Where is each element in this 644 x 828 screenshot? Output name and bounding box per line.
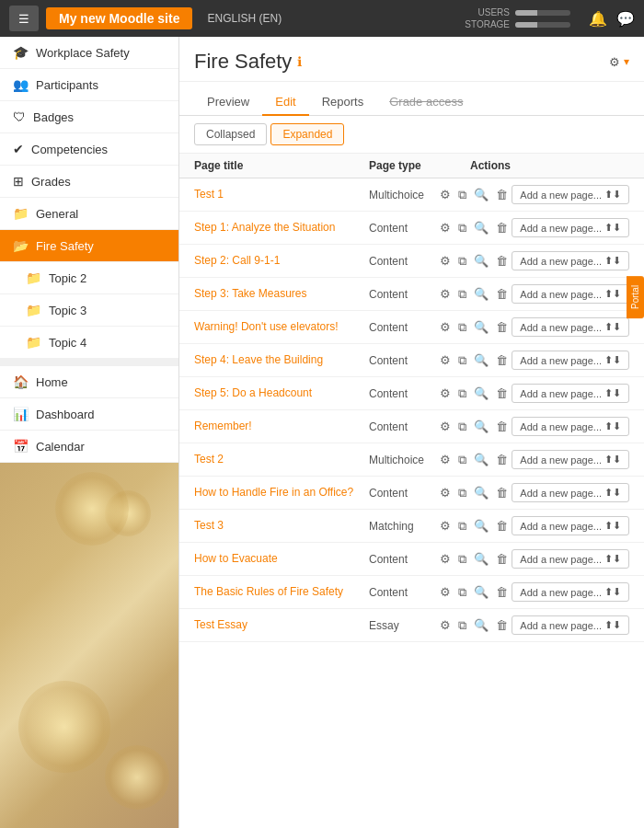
add-page-button[interactable]: Add a new page... ⬆⬇ — [512, 218, 629, 237]
settings-icon[interactable]: ⚙ — [438, 451, 453, 468]
copy-icon[interactable]: ⧉ — [456, 550, 468, 569]
preview-icon[interactable]: 🔍 — [472, 616, 490, 634]
row-title-9[interactable]: How to Handle Fire in an Office? — [194, 486, 369, 500]
row-title-0[interactable]: Test 1 — [194, 188, 369, 202]
add-page-button[interactable]: Add a new page... ⬆⬇ — [512, 284, 629, 304]
sidebar-item-general[interactable]: 📁 General — [0, 198, 178, 230]
row-title-2[interactable]: Step 2: Call 9-1-1 — [194, 254, 369, 269]
copy-icon[interactable]: ⧉ — [456, 484, 468, 502]
preview-icon[interactable]: 🔍 — [472, 385, 490, 402]
copy-icon[interactable]: ⧉ — [456, 186, 468, 204]
preview-icon[interactable]: 🔍 — [472, 484, 490, 501]
add-page-button[interactable]: Add a new page... ⬆⬇ — [512, 615, 629, 635]
settings-icon[interactable]: ⚙ — [438, 351, 453, 369]
delete-icon[interactable]: 🗑 — [494, 616, 510, 634]
delete-icon[interactable]: 🗑 — [494, 285, 510, 303]
tab-reports[interactable]: Reports — [309, 89, 377, 116]
sidebar-item-participants[interactable]: 👥 Participants — [0, 69, 178, 101]
delete-icon[interactable]: 🗑 — [494, 351, 510, 369]
add-page-button[interactable]: Add a new page... ⬆⬇ — [512, 185, 629, 204]
add-page-button[interactable]: Add a new page... ⬆⬇ — [512, 384, 629, 403]
settings-icon[interactable]: ⚙ — [438, 418, 453, 435]
row-title-4[interactable]: Warning! Don't use elevators! — [194, 320, 369, 335]
settings-icon[interactable]: ⚙ — [438, 285, 453, 303]
row-title-1[interactable]: Step 1: Analyze the Situation — [194, 221, 369, 236]
row-title-3[interactable]: Step 3: Take Measures — [194, 287, 369, 302]
settings-icon[interactable]: ⚙ — [438, 616, 453, 634]
tab-grade-access[interactable]: Grade access — [376, 89, 476, 116]
sidebar-item-home[interactable]: 🏠 Home — [0, 366, 178, 398]
sidebar-item-calendar[interactable]: 📅 Calendar — [0, 431, 178, 463]
copy-icon[interactable]: ⧉ — [456, 219, 468, 237]
sidebar-item-fire-safety[interactable]: 📂 Fire Safety — [0, 230, 178, 262]
row-title-13[interactable]: Test Essay — [194, 618, 369, 633]
preview-icon[interactable]: 🔍 — [472, 583, 490, 601]
row-title-5[interactable]: Step 4: Leave the Building — [194, 353, 369, 368]
preview-icon[interactable]: 🔍 — [472, 252, 490, 270]
sidebar-item-workplace-safety[interactable]: 🎓 Workplace Safety — [0, 37, 178, 69]
copy-icon[interactable]: ⧉ — [456, 285, 468, 304]
delete-icon[interactable]: 🗑 — [494, 583, 510, 601]
settings-icon[interactable]: ⚙ — [438, 219, 453, 236]
delete-icon[interactable]: 🗑 — [494, 252, 510, 270]
copy-icon[interactable]: ⧉ — [456, 517, 468, 535]
preview-icon[interactable]: 🔍 — [472, 285, 490, 303]
copy-icon[interactable]: ⧉ — [456, 418, 468, 436]
settings-icon[interactable]: ⚙ — [438, 385, 453, 402]
add-page-button[interactable]: Add a new page... ⬆⬇ — [512, 450, 629, 469]
tab-preview[interactable]: Preview — [194, 89, 262, 116]
copy-icon[interactable]: ⧉ — [456, 351, 468, 370]
delete-icon[interactable]: 🗑 — [494, 385, 510, 402]
delete-icon[interactable]: 🗑 — [494, 418, 510, 435]
language-selector[interactable]: ENGLISH (EN) — [207, 12, 282, 25]
sidebar-item-badges[interactable]: 🛡 Badges — [0, 101, 178, 133]
preview-icon[interactable]: 🔍 — [472, 351, 490, 369]
subtab-collapsed[interactable]: Collapsed — [194, 123, 267, 145]
preview-icon[interactable]: 🔍 — [472, 451, 490, 468]
sidebar-item-grades[interactable]: ⊞ Grades — [0, 166, 178, 198]
add-page-button[interactable]: Add a new page... ⬆⬇ — [512, 483, 629, 502]
preview-icon[interactable]: 🔍 — [472, 517, 490, 535]
settings-icon[interactable]: ⚙ — [438, 484, 453, 501]
portal-tab[interactable]: Portal — [627, 276, 644, 318]
row-title-6[interactable]: Step 5: Do a Headcount — [194, 386, 369, 401]
row-title-10[interactable]: Test 3 — [194, 519, 369, 534]
copy-icon[interactable]: ⧉ — [456, 252, 468, 270]
gear-menu[interactable]: ⚙ ▾ — [609, 55, 629, 69]
add-page-button[interactable]: Add a new page... ⬆⬇ — [512, 516, 629, 535]
subtab-expanded[interactable]: Expanded — [270, 123, 344, 145]
chat-icon[interactable]: 💬 — [616, 10, 635, 28]
add-page-button[interactable]: Add a new page... ⬆⬇ — [512, 549, 629, 569]
row-title-12[interactable]: The Basic Rules of Fire Safety — [194, 585, 369, 600]
preview-icon[interactable]: 🔍 — [472, 550, 490, 568]
copy-icon[interactable]: ⧉ — [456, 583, 468, 602]
settings-icon[interactable]: ⚙ — [438, 550, 453, 568]
row-title-7[interactable]: Remember! — [194, 420, 369, 434]
preview-icon[interactable]: 🔍 — [472, 418, 490, 435]
delete-icon[interactable]: 🗑 — [494, 318, 510, 336]
preview-icon[interactable]: 🔍 — [472, 318, 490, 336]
delete-icon[interactable]: 🗑 — [494, 186, 510, 203]
add-page-button[interactable]: Add a new page... ⬆⬇ — [512, 351, 629, 370]
delete-icon[interactable]: 🗑 — [494, 550, 510, 568]
delete-icon[interactable]: 🗑 — [494, 219, 510, 236]
add-page-button[interactable]: Add a new page... ⬆⬇ — [512, 582, 629, 602]
add-page-button[interactable]: Add a new page... ⬆⬇ — [512, 317, 629, 337]
sidebar-item-competencies[interactable]: ✔ Competencies — [0, 133, 178, 166]
row-title-8[interactable]: Test 2 — [194, 453, 369, 467]
sidebar-item-topic-4[interactable]: 📁 Topic 4 — [0, 327, 178, 359]
add-page-button[interactable]: Add a new page... ⬆⬇ — [512, 417, 629, 436]
copy-icon[interactable]: ⧉ — [456, 385, 468, 403]
delete-icon[interactable]: 🗑 — [494, 451, 510, 468]
copy-icon[interactable]: ⧉ — [456, 318, 468, 337]
bell-icon[interactable]: 🔔 — [589, 10, 607, 28]
sidebar-item-topic-3[interactable]: 📁 Topic 3 — [0, 294, 178, 327]
info-icon[interactable]: ℹ — [297, 54, 302, 69]
settings-icon[interactable]: ⚙ — [438, 517, 453, 535]
hamburger-button[interactable]: ☰ — [9, 6, 39, 31]
settings-icon[interactable]: ⚙ — [438, 318, 453, 336]
settings-icon[interactable]: ⚙ — [438, 252, 453, 270]
copy-icon[interactable]: ⧉ — [456, 616, 468, 635]
row-title-11[interactable]: How to Evacuate — [194, 552, 369, 567]
tab-edit[interactable]: Edit — [262, 89, 308, 116]
